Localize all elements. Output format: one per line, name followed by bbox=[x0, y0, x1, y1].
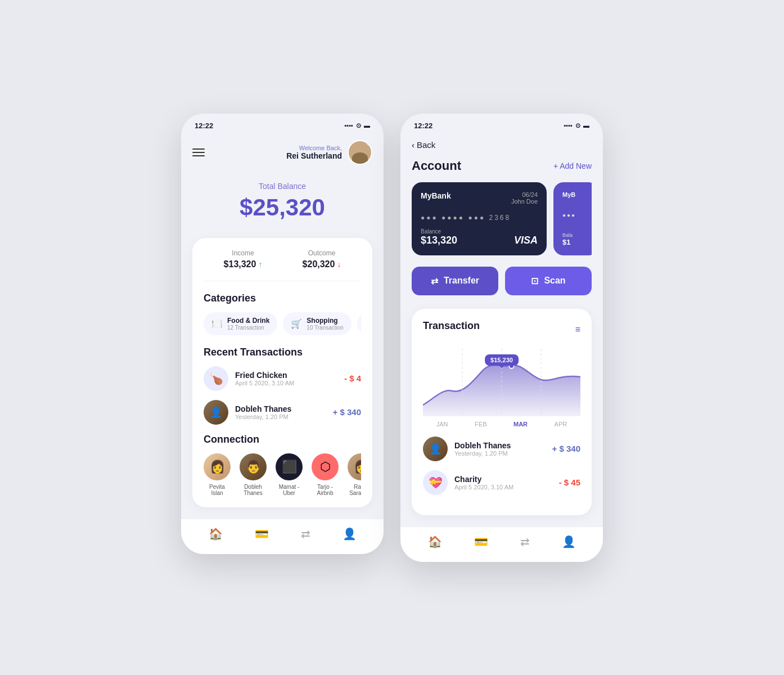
phone2-content: ‹ Back Account + Add New MyBank 06/24 J bbox=[400, 134, 603, 526]
conn-dobleh[interactable]: 👨 Dobleh Thanes bbox=[240, 453, 267, 496]
dobleh-conn-name: Dobleh Thanes bbox=[240, 484, 267, 496]
month-mar: MAR bbox=[513, 421, 528, 428]
transfer-label: Transfer bbox=[444, 276, 479, 286]
visa-logo: VISA bbox=[514, 235, 538, 246]
chart-area: $15,230 bbox=[423, 349, 580, 416]
transaction-header: Transaction ≡ bbox=[423, 320, 580, 340]
outcome-arrow: ↓ bbox=[337, 260, 341, 269]
month-apr: APR bbox=[555, 421, 567, 428]
screens-container: 12:22 ▪▪▪▪ ⊙ ▬ Welcome Back, Rei Sutherl… bbox=[181, 114, 603, 562]
transaction-title: Transaction bbox=[423, 320, 480, 332]
add-new-button[interactable]: + Add New bbox=[553, 161, 592, 170]
action-buttons: ⇄ Transfer ⊡ Scan bbox=[412, 267, 592, 295]
bottom-nav-2: 🏠 💳 ⇄ 👤 bbox=[400, 526, 603, 562]
income-value: $13,320 ↑ bbox=[224, 259, 263, 269]
nav-person-1[interactable]: 👤 bbox=[343, 527, 357, 541]
shopping-icon: 🛒 bbox=[291, 318, 302, 329]
connection-row: 👩 Pevita Islan 👨 Dobleh Thanes ⬛ bbox=[204, 453, 361, 496]
battery-icon-2: ▬ bbox=[583, 122, 589, 129]
conn-raisa[interactable]: 👩 Raisa Sarasvati bbox=[348, 453, 361, 496]
mini-balance-section: Bala $1 bbox=[562, 232, 589, 246]
bank-card-main[interactable]: MyBank 06/24 John Doe ●●● ●●●● ●●● 2368 … bbox=[412, 182, 547, 255]
transaction-dobleh[interactable]: 👤 Dobleh Thanes Yesterday, 1.20 PM + $ 3… bbox=[423, 436, 580, 461]
month-jan: JAN bbox=[436, 421, 448, 428]
card-bottom: Balance $13,320 VISA bbox=[421, 228, 538, 246]
income-arrow: ↑ bbox=[258, 260, 262, 269]
mini-bank-name: MyB bbox=[562, 191, 589, 198]
hamburger-menu[interactable] bbox=[192, 148, 205, 156]
transaction-2[interactable]: 👤 Dobleh Thanes Yesterday, 1.20 PM + $ 3… bbox=[204, 400, 361, 425]
dobleh-details-1: Dobleh Thanes Yesterday, 1.20 PM bbox=[235, 404, 326, 420]
chart-tooltip: $15,230 bbox=[485, 354, 519, 367]
user-avatar bbox=[348, 140, 372, 165]
outcome-stat: Outcome $20,320 ↓ bbox=[303, 249, 341, 269]
pevita-avatar: 👩 bbox=[204, 453, 231, 480]
nav-transfer-2[interactable]: ⇄ bbox=[520, 535, 530, 548]
card-balance-label: Balance bbox=[421, 228, 457, 235]
income-label: Income bbox=[224, 249, 263, 257]
transaction-charity[interactable]: 💝 Charity April 5 2020, 3.10 AM - $ 45 bbox=[423, 470, 580, 495]
fried-chicken-icon: 🍗 bbox=[204, 366, 228, 391]
category-charity[interactable]: 💝 Char 5 Tran bbox=[357, 312, 361, 335]
income-outcome: Income $13,320 ↑ Outcome $20,320 ↓ bbox=[204, 249, 361, 281]
transfer-button[interactable]: ⇄ Transfer bbox=[412, 267, 498, 295]
conn-tarjo[interactable]: ⬡ Tarjo - Airbnb bbox=[312, 453, 339, 496]
total-balance-amount: $25,320 bbox=[192, 194, 372, 221]
categories-row: 🍽️ Food & Drink 12 Transaction 🛒 Shoppin… bbox=[204, 312, 361, 335]
fried-chicken-amount: - $ 4 bbox=[344, 374, 361, 383]
conn-pevita[interactable]: 👩 Pevita Islan bbox=[204, 453, 231, 496]
user-text: Welcome Back, Rei Sutherland bbox=[286, 145, 342, 160]
tarjo-avatar: ⬡ bbox=[312, 453, 339, 480]
nav-home-1[interactable]: 🏠 bbox=[209, 527, 223, 541]
back-button[interactable]: ‹ Back bbox=[412, 134, 592, 159]
scan-button[interactable]: ⊡ Scan bbox=[505, 267, 592, 295]
battery-icon: ▬ bbox=[364, 122, 370, 129]
dobleh-avatar-2: 👤 bbox=[423, 436, 448, 461]
connection-title: Connection bbox=[204, 434, 361, 446]
wifi-icon: ⊙ bbox=[356, 122, 361, 129]
scan-icon: ⊡ bbox=[531, 276, 538, 286]
food-icon: 🍽️ bbox=[211, 318, 223, 329]
scan-label: Scan bbox=[544, 276, 565, 286]
conn-mamat[interactable]: ⬛ Mamat - Uber bbox=[276, 453, 303, 496]
month-feb: FEB bbox=[475, 421, 486, 428]
category-shopping[interactable]: 🛒 Shopping 10 Transaction bbox=[283, 312, 352, 335]
phone1-content: Welcome Back, Rei Sutherland Total Balan… bbox=[181, 134, 384, 519]
nav-transfer-1[interactable]: ⇄ bbox=[301, 527, 310, 541]
charity-trans-icon: 💝 bbox=[423, 470, 448, 495]
nav-card-1[interactable]: 💳 bbox=[255, 527, 269, 541]
dobleh-details-2: Dobleh Thanes Yesterday, 1.20 PM bbox=[454, 441, 546, 457]
user-name: Rei Sutherland bbox=[286, 151, 342, 160]
filter-icon[interactable]: ≡ bbox=[575, 325, 580, 335]
nav-card-2[interactable]: 💳 bbox=[474, 535, 488, 548]
card-number: ●●● ●●●● ●●● 2368 bbox=[421, 214, 538, 222]
charity-amount: - $ 45 bbox=[559, 478, 580, 487]
categories-title: Categories bbox=[204, 292, 361, 304]
raisa-name: Raisa Sarasvati bbox=[348, 484, 361, 496]
charity-details: Charity April 5 2020, 3.10 AM bbox=[454, 475, 552, 490]
transfer-icon: ⇄ bbox=[431, 276, 438, 286]
category-food[interactable]: 🍽️ Food & Drink 12 Transaction bbox=[204, 312, 277, 335]
fried-chicken-details: Fried Chicken April 5 2020, 3.10 AM bbox=[235, 371, 337, 386]
phone-2: 12:22 ▪▪▪▪ ⊙ ▬ ‹ Back Account + Add New bbox=[400, 114, 603, 562]
nav-home-2[interactable]: 🏠 bbox=[428, 535, 442, 548]
tarjo-name: Tarjo - Airbnb bbox=[312, 484, 339, 496]
nav-person-2[interactable]: 👤 bbox=[562, 535, 576, 548]
time-1: 12:22 bbox=[195, 122, 213, 130]
outcome-label: Outcome bbox=[303, 249, 341, 257]
mini-dots: ●●● bbox=[562, 212, 589, 218]
transaction-1[interactable]: 🍗 Fried Chicken April 5 2020, 3.10 AM - … bbox=[204, 366, 361, 391]
status-icons-2: ▪▪▪▪ ⊙ ▬ bbox=[564, 122, 589, 129]
shopping-text: Shopping 10 Transaction bbox=[307, 317, 344, 331]
food-text: Food & Drink 12 Transaction bbox=[227, 317, 269, 331]
bank-card-mini[interactable]: MyB ●●● Bala $1 bbox=[553, 182, 592, 255]
status-icons-1: ▪▪▪▪ ⊙ ▬ bbox=[344, 122, 370, 129]
income-stat: Income $13,320 ↑ bbox=[224, 249, 263, 269]
phone-1: 12:22 ▪▪▪▪ ⊙ ▬ Welcome Back, Rei Sutherl… bbox=[181, 114, 384, 554]
dobleh-amount-1: + $ 340 bbox=[333, 407, 361, 417]
bottom-nav-1: 🏠 💳 ⇄ 👤 bbox=[181, 519, 384, 554]
recent-transactions-title: Recent Transactions bbox=[204, 346, 361, 358]
outcome-value: $20,320 ↓ bbox=[303, 259, 341, 269]
phone1-header: Welcome Back, Rei Sutherland bbox=[192, 134, 372, 176]
back-chevron: ‹ bbox=[412, 140, 414, 150]
